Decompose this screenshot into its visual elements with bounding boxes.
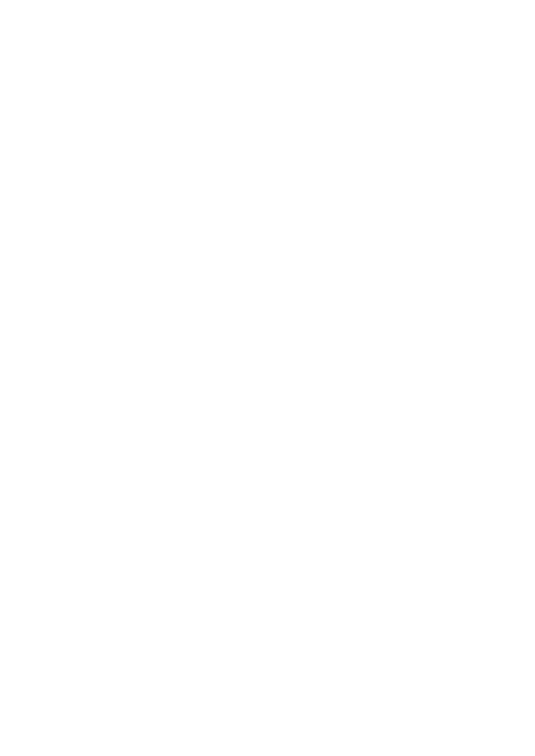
figure-title-row <box>35 112 500 122</box>
heading-1-1-1 <box>105 58 500 71</box>
